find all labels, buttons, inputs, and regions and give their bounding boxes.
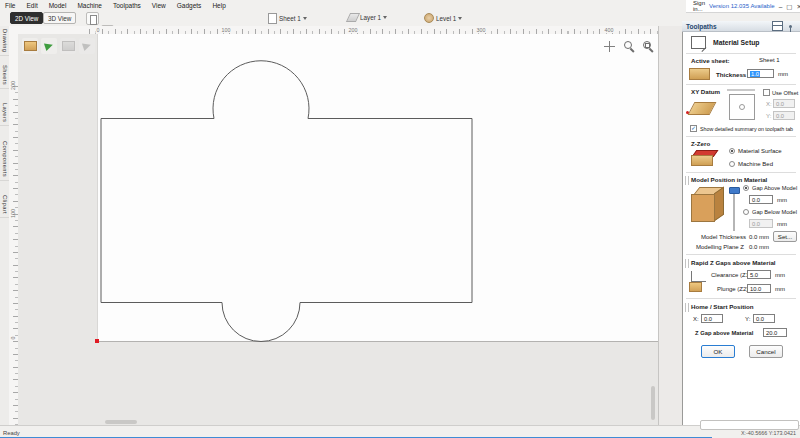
menu-toolpaths[interactable]: Toolpaths bbox=[113, 2, 141, 9]
material-setup-button[interactable] bbox=[22, 38, 38, 54]
gap-above-input[interactable]: 0.0 bbox=[749, 195, 773, 204]
thickness-label: Thickness bbox=[716, 71, 746, 78]
minimize-button[interactable]: – bbox=[779, 1, 783, 12]
create-toolpath-button[interactable] bbox=[41, 38, 57, 54]
cancel-button[interactable]: Cancel bbox=[749, 345, 783, 358]
sheet-icon bbox=[268, 13, 277, 24]
chevron-down-icon bbox=[383, 16, 387, 19]
menu-file[interactable]: File bbox=[5, 2, 15, 9]
xy-datum-selector[interactable] bbox=[729, 94, 755, 120]
modelling-plane-label: Modelling Plane Z bbox=[696, 244, 744, 250]
drawing-canvas[interactable] bbox=[18, 34, 658, 425]
offset-x-input: 0.0 bbox=[773, 99, 795, 108]
gap-above-label: Gap Above Model bbox=[752, 185, 797, 191]
active-sheet-value[interactable]: Sheet 1 bbox=[759, 57, 780, 63]
tab-slot-vector[interactable] bbox=[101, 61, 472, 342]
datum-dot-icon bbox=[686, 111, 689, 114]
ok-button[interactable]: OK bbox=[701, 345, 735, 358]
chevron-down-icon bbox=[458, 17, 462, 20]
toolpath-disabled-button-2 bbox=[79, 38, 95, 54]
ruler-label: 0 bbox=[9, 334, 17, 342]
menu-help[interactable]: Help bbox=[212, 2, 225, 9]
sheet-dropdown[interactable]: Sheet 1 bbox=[268, 13, 307, 24]
zoom-icon[interactable] bbox=[622, 40, 635, 53]
layer-dropdown[interactable]: Layer 1 bbox=[348, 13, 387, 22]
use-offset-label: Use Offset bbox=[772, 90, 798, 96]
sidetab-layers[interactable]: Layers bbox=[0, 100, 9, 126]
machine-bed-radio[interactable] bbox=[729, 161, 735, 167]
version-link[interactable]: Version 12.035 Available bbox=[709, 3, 775, 9]
horizontal-scrollbar[interactable] bbox=[105, 420, 137, 424]
clearance-units: mm bbox=[775, 272, 785, 278]
pin-icon[interactable] bbox=[789, 25, 792, 28]
modelling-plane-value: 0.0 mm bbox=[749, 244, 769, 250]
sign-in-link[interactable]: Sign in... bbox=[693, 0, 705, 12]
tab-3d-view[interactable]: 3D View bbox=[43, 12, 76, 24]
material-block-icon bbox=[24, 41, 37, 51]
gap-below-units: mm bbox=[777, 221, 787, 227]
level-dropdown[interactable]: Level 1 bbox=[424, 13, 462, 23]
layer-icon bbox=[346, 13, 360, 22]
set-button[interactable]: Set... bbox=[773, 231, 797, 242]
vector-drawing bbox=[18, 34, 658, 425]
sidetab-drawing[interactable]: Drawing bbox=[0, 26, 9, 56]
clearance-label: Clearance (Z1) bbox=[711, 272, 751, 278]
cursor-coordinates: X:-40.5666 Y:173.0421 bbox=[741, 430, 796, 436]
gap-above-radio[interactable] bbox=[743, 185, 749, 191]
view-toolbar: 2D View 3D View Sheet 1 Layer 1 Level 1 bbox=[0, 11, 682, 27]
zoom-box-icon[interactable] bbox=[641, 40, 654, 53]
sheet-portrait-button[interactable] bbox=[86, 12, 99, 25]
home-y-label: Y: bbox=[745, 316, 750, 322]
plunge-label: Plunge (Z2) bbox=[717, 286, 748, 292]
close-button[interactable]: ✕ bbox=[796, 1, 800, 12]
canvas-quick-toolbar bbox=[22, 38, 95, 54]
material-surface-radio[interactable] bbox=[729, 148, 735, 154]
model-position-icon bbox=[691, 187, 723, 221]
home-y-input[interactable]: 0.0 bbox=[753, 314, 775, 323]
menu-model[interactable]: Model bbox=[49, 2, 67, 9]
zgap-input[interactable]: 20.0 bbox=[763, 328, 787, 337]
ruler-label: 100 bbox=[221, 28, 232, 33]
ruler-label: 0 bbox=[96, 28, 101, 33]
pan-icon[interactable] bbox=[603, 40, 616, 53]
ruler-label: 400 bbox=[604, 28, 615, 33]
rapid-z-label: Rapid Z Gaps above Material bbox=[691, 259, 776, 266]
disabled-icon bbox=[82, 41, 92, 51]
sidetab-components[interactable]: Components bbox=[0, 138, 9, 181]
toolpath-disabled-button-1 bbox=[60, 38, 76, 54]
titlebar-right: Sign in... Version 12.035 Available – ▢ … bbox=[686, 0, 800, 13]
sidetab-clipart[interactable]: Clipart bbox=[0, 192, 9, 218]
datum-slider[interactable] bbox=[727, 89, 755, 91]
home-position-label: Home / Start Position bbox=[691, 303, 754, 310]
plunge-input[interactable]: 10.0 bbox=[747, 284, 771, 293]
menu-machine[interactable]: Machine bbox=[77, 2, 102, 9]
vertical-scrollbar[interactable] bbox=[651, 386, 655, 420]
tab-2d-view[interactable]: 2D View bbox=[10, 12, 43, 24]
calculator-icon[interactable] bbox=[772, 21, 783, 31]
maximize-button[interactable]: ▢ bbox=[786, 1, 792, 12]
model-thickness-value: 0.0 mm bbox=[749, 234, 769, 240]
menu-gadgets[interactable]: Gadgets bbox=[177, 2, 202, 9]
ruler-label: 100 bbox=[9, 210, 17, 218]
thickness-input[interactable]: 1.0 bbox=[747, 69, 774, 78]
rapid-z-wood-icon bbox=[689, 282, 702, 292]
clearance-input[interactable]: 5.0 bbox=[747, 270, 771, 279]
menu-view[interactable]: View bbox=[152, 2, 166, 9]
chevron-down-icon bbox=[303, 17, 307, 20]
menu-edit[interactable]: Edit bbox=[26, 2, 37, 9]
application-window: File Edit Model Machine Toolpaths View G… bbox=[0, 0, 800, 438]
use-offset-checkbox[interactable] bbox=[763, 89, 770, 96]
model-thickness-label: Model Thickness bbox=[701, 234, 746, 240]
offset-x-label: X: bbox=[766, 101, 772, 107]
gap-below-radio[interactable] bbox=[743, 209, 749, 215]
panel-gutter bbox=[658, 26, 684, 425]
panel-title: Toolpaths bbox=[686, 23, 717, 30]
material-surface-label: Material Surface bbox=[738, 148, 782, 154]
disabled-icon bbox=[62, 41, 75, 51]
gap-slider-handle[interactable] bbox=[729, 187, 740, 194]
sidetab-sheets[interactable]: Sheets bbox=[0, 62, 9, 89]
summary-checkbox[interactable]: ✓ bbox=[690, 125, 697, 132]
home-x-input[interactable]: 0.0 bbox=[701, 314, 723, 323]
offset-y-label: Y: bbox=[766, 113, 771, 119]
active-sheet-label: Active sheet: bbox=[691, 57, 730, 64]
